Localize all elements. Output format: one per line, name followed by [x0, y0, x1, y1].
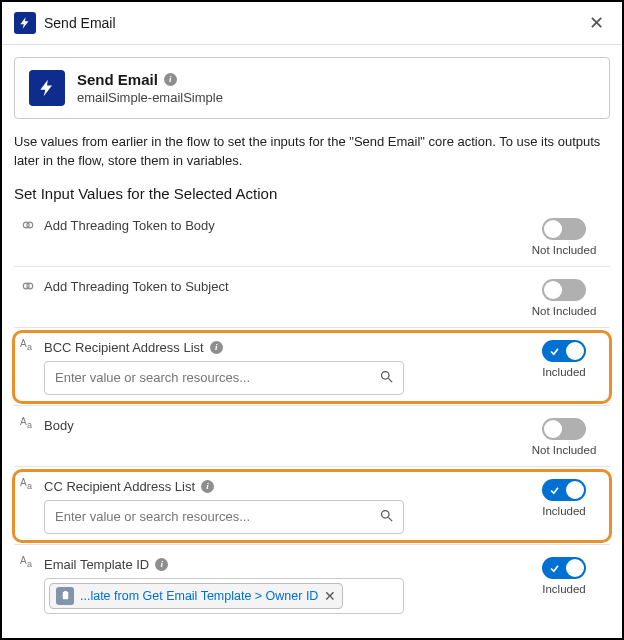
field-label-row: Email Template IDi — [20, 557, 524, 572]
card-title: Send Email — [77, 71, 158, 88]
field-label: CC Recipient Address List — [44, 479, 195, 494]
field-label-row: CC Recipient Address Listi — [20, 479, 524, 494]
toggle-column: Included — [524, 479, 604, 517]
field-row: CC Recipient Address ListiIncluded — [14, 467, 610, 545]
toggle-label: Not Included — [532, 244, 597, 256]
field-label: Email Template ID — [44, 557, 149, 572]
field-row: BodyNot Included — [14, 406, 610, 467]
field-row-wrap: Add Threading Token to BodyNot Included — [14, 206, 610, 267]
field-label-row: BCC Recipient Address Listi — [20, 340, 524, 355]
field-row: Add Threading Token to SubjectNot Includ… — [14, 267, 610, 328]
toggle-label: Included — [542, 583, 585, 595]
field-input-wrap — [44, 361, 404, 395]
dialog-title: Send Email — [44, 15, 583, 31]
field-row-wrap: Add Threading Token to SubjectNot Includ… — [14, 267, 610, 328]
field-row: BCC Recipient Address ListiIncluded — [14, 328, 610, 406]
search-icon[interactable] — [379, 508, 394, 526]
toggle-column: Included — [524, 340, 604, 378]
field-label: Add Threading Token to Subject — [44, 279, 229, 294]
pill-container[interactable]: ...late from Get Email Template > Owner … — [44, 578, 404, 614]
field-label: Body — [44, 418, 74, 433]
description-text: Use values from earlier in the flow to s… — [14, 133, 610, 171]
search-icon[interactable] — [379, 369, 394, 387]
text-type-icon — [20, 557, 36, 571]
toggle-label: Included — [542, 505, 585, 517]
field-left: BCC Recipient Address Listi — [20, 340, 524, 395]
info-icon[interactable]: i — [164, 73, 177, 86]
svg-line-7 — [388, 517, 392, 521]
field-row-wrap: Email Template IDi...late from Get Email… — [14, 545, 610, 624]
field-row: Email Template IDi...late from Get Email… — [14, 545, 610, 624]
action-card: Send Email i emailSimple-emailSimple — [14, 57, 610, 119]
svg-rect-9 — [64, 591, 67, 593]
toggle-column: Not Included — [524, 418, 604, 456]
pill-remove-button[interactable]: ✕ — [324, 588, 336, 604]
pill-text: ...late from Get Email Template > Owner … — [80, 589, 318, 603]
text-type-icon — [20, 479, 36, 493]
resource-search-input[interactable] — [44, 361, 404, 395]
field-label-row: Body — [20, 418, 524, 433]
include-toggle[interactable] — [542, 479, 586, 501]
chain-icon — [20, 279, 36, 293]
field-left: CC Recipient Address Listi — [20, 479, 524, 534]
check-icon — [549, 562, 559, 572]
field-left: Email Template IDi...late from Get Email… — [20, 557, 524, 614]
toggle-column: Not Included — [524, 218, 604, 256]
bolt-icon — [14, 12, 36, 34]
field-label: Add Threading Token to Body — [44, 218, 215, 233]
fields-list: Add Threading Token to BodyNot IncludedA… — [14, 206, 610, 624]
text-type-icon — [20, 418, 36, 432]
dialog-header: Send Email ✕ — [2, 2, 622, 45]
text-type-icon — [20, 340, 36, 354]
toggle-label: Not Included — [532, 305, 597, 317]
field-row: Add Threading Token to BodyNot Included — [14, 206, 610, 267]
include-toggle[interactable] — [542, 418, 586, 440]
card-subtitle: emailSimple-emailSimple — [77, 90, 223, 105]
dialog-content: Send Email i emailSimple-emailSimple Use… — [2, 45, 622, 624]
include-toggle[interactable] — [542, 218, 586, 240]
toggle-label: Included — [542, 366, 585, 378]
toggle-column: Not Included — [524, 279, 604, 317]
check-icon — [549, 345, 559, 355]
section-heading: Set Input Values for the Selected Action — [14, 185, 610, 202]
field-label-row: Add Threading Token to Subject — [20, 279, 524, 294]
field-input-wrap — [44, 500, 404, 534]
info-icon[interactable]: i — [210, 341, 223, 354]
field-label-row: Add Threading Token to Body — [20, 218, 524, 233]
field-row-wrap: CC Recipient Address ListiIncluded — [14, 467, 610, 545]
chain-icon — [20, 218, 36, 232]
info-icon[interactable]: i — [155, 558, 168, 571]
svg-rect-8 — [62, 592, 68, 599]
info-icon[interactable]: i — [201, 480, 214, 493]
field-left: Add Threading Token to Subject — [20, 279, 524, 300]
svg-point-6 — [382, 510, 390, 518]
include-toggle[interactable] — [542, 557, 586, 579]
field-label: BCC Recipient Address List — [44, 340, 204, 355]
clipboard-icon — [56, 587, 74, 605]
card-title-row: Send Email i — [77, 71, 177, 88]
toggle-label: Not Included — [532, 444, 597, 456]
resource-search-input[interactable] — [44, 500, 404, 534]
field-row-wrap: BodyNot Included — [14, 406, 610, 467]
svg-line-5 — [388, 378, 392, 382]
resource-pill[interactable]: ...late from Get Email Template > Owner … — [49, 583, 343, 609]
toggle-column: Included — [524, 557, 604, 595]
field-left: Body — [20, 418, 524, 439]
close-button[interactable]: ✕ — [583, 10, 610, 36]
svg-point-4 — [382, 371, 390, 379]
check-icon — [549, 484, 559, 494]
field-row-wrap: BCC Recipient Address ListiIncluded — [14, 328, 610, 406]
field-left: Add Threading Token to Body — [20, 218, 524, 239]
include-toggle[interactable] — [542, 279, 586, 301]
include-toggle[interactable] — [542, 340, 586, 362]
bolt-icon — [29, 70, 65, 106]
